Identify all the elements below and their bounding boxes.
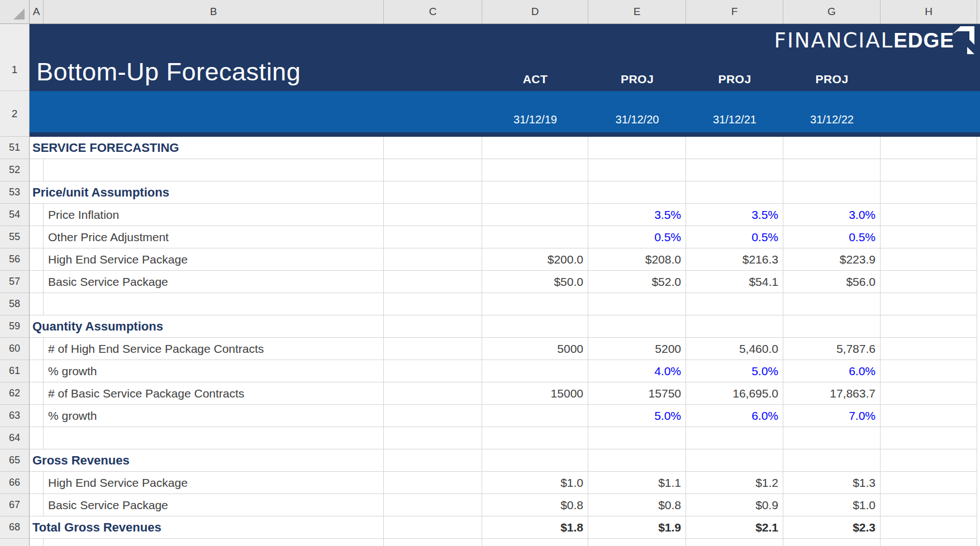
cell-A68[interactable]: Total Gross Revenues	[30, 516, 384, 539]
cell-H53[interactable]	[881, 181, 977, 204]
cell-D57[interactable]: $50.0	[482, 271, 588, 293]
cell-B66[interactable]: High End Service Package	[44, 472, 384, 494]
cell-E64[interactable]	[588, 427, 686, 449]
cell-D60[interactable]: 5000	[482, 338, 588, 360]
cell-F1-period[interactable]: PROJ	[686, 73, 783, 86]
cell-F62[interactable]: 16,695.0	[686, 382, 783, 405]
cell-G67[interactable]: $1.0	[783, 494, 881, 516]
cell-C61[interactable]	[384, 360, 482, 382]
cell-A59[interactable]: Quantity Assumptions	[30, 315, 384, 338]
cell-B63[interactable]: % growth	[44, 405, 384, 427]
cell-Bx[interactable]	[44, 539, 384, 546]
cell-H55[interactable]	[881, 226, 977, 248]
cell-C62[interactable]	[384, 382, 482, 405]
row-header-2[interactable]: 2	[0, 91, 30, 137]
cell-D64[interactable]	[482, 427, 588, 449]
cell-B52[interactable]	[44, 159, 384, 181]
cell-G64[interactable]	[783, 427, 881, 449]
cell-H57[interactable]	[881, 271, 977, 293]
cell-A52[interactable]	[30, 159, 44, 181]
cell-D66[interactable]: $1.0	[482, 472, 588, 494]
cell-G68[interactable]: $2.3	[783, 516, 881, 539]
row-header-1[interactable]: 1	[0, 24, 30, 91]
row-header-52[interactable]: 52	[0, 159, 30, 181]
cell-D68[interactable]: $1.8	[482, 516, 588, 539]
cell-D67[interactable]: $0.8	[482, 494, 588, 516]
cell-B61[interactable]: % growth	[44, 360, 384, 382]
row-header-63[interactable]: 63	[0, 405, 30, 427]
cell-C58[interactable]	[384, 293, 482, 315]
cell-A62[interactable]	[30, 382, 44, 405]
cell-B60[interactable]: # of High End Service Package Contracts	[44, 338, 384, 360]
cell-Ax[interactable]	[30, 539, 44, 546]
cell-D63[interactable]	[482, 405, 588, 427]
cell-D58[interactable]	[482, 293, 588, 315]
cell-E61[interactable]: 4.0%	[588, 360, 686, 382]
cell-H66[interactable]	[881, 472, 977, 494]
cell-C56[interactable]	[384, 248, 482, 271]
cell-F2-date[interactable]: 31/12/21	[686, 113, 783, 126]
title-band-cell[interactable]: Bottom-Up Forecasting FINANCIALEDGE ACT …	[30, 24, 980, 91]
cell-A63[interactable]	[30, 405, 44, 427]
row-header-57[interactable]: 57	[0, 271, 30, 293]
cell-G57[interactable]: $56.0	[783, 271, 881, 293]
cell-A57[interactable]	[30, 271, 44, 293]
cell-E63[interactable]: 5.0%	[588, 405, 686, 427]
cell-E56[interactable]: $208.0	[588, 248, 686, 271]
cell-A55[interactable]	[30, 226, 44, 248]
cell-B54[interactable]: Price Inflation	[44, 204, 384, 226]
row-header-53[interactable]: 53	[0, 181, 30, 204]
cell-A64[interactable]	[30, 427, 44, 449]
cell-F66[interactable]: $1.2	[686, 472, 783, 494]
cell-E58[interactable]	[588, 293, 686, 315]
cell-C53[interactable]	[384, 181, 482, 204]
cell-G58[interactable]	[783, 293, 881, 315]
cell-A58[interactable]	[30, 293, 44, 315]
cell-G60[interactable]: 5,787.6	[783, 338, 881, 360]
cell-Cx[interactable]	[384, 539, 482, 546]
cell-F65[interactable]	[686, 449, 783, 472]
cell-E60[interactable]: 5200	[588, 338, 686, 360]
cell-E68[interactable]: $1.9	[588, 516, 686, 539]
cell-C55[interactable]	[384, 226, 482, 248]
select-all-corner[interactable]	[0, 0, 30, 23]
cell-H67[interactable]	[881, 494, 977, 516]
row-header-56[interactable]: 56	[0, 248, 30, 271]
cell-D59[interactable]	[482, 315, 588, 338]
cell-C65[interactable]	[384, 449, 482, 472]
cell-C51[interactable]	[384, 137, 482, 159]
cell-D52[interactable]	[482, 159, 588, 181]
row-header-66[interactable]: 66	[0, 472, 30, 494]
column-header-D[interactable]: D	[482, 0, 588, 23]
cell-A53[interactable]: Price/unit Assumptions	[30, 181, 384, 204]
column-header-C[interactable]: C	[384, 0, 482, 23]
row-header-51[interactable]: 51	[0, 137, 30, 159]
column-header-F[interactable]: F	[686, 0, 783, 23]
cell-G55[interactable]: 0.5%	[783, 226, 881, 248]
cell-E59[interactable]	[588, 315, 686, 338]
cell-D54[interactable]	[482, 204, 588, 226]
cell-C66[interactable]	[384, 472, 482, 494]
row-header-61[interactable]: 61	[0, 360, 30, 382]
column-header-H[interactable]: H	[881, 0, 977, 23]
cell-F60[interactable]: 5,460.0	[686, 338, 783, 360]
cell-A54[interactable]	[30, 204, 44, 226]
cell-C67[interactable]	[384, 494, 482, 516]
cell-H63[interactable]	[881, 405, 977, 427]
cell-D51[interactable]	[482, 137, 588, 159]
cell-E67[interactable]: $0.8	[588, 494, 686, 516]
cell-H60[interactable]	[881, 338, 977, 360]
cell-H56[interactable]	[881, 248, 977, 271]
cell-F52[interactable]	[686, 159, 783, 181]
cell-G53[interactable]	[783, 181, 881, 204]
cell-B64[interactable]	[44, 427, 384, 449]
cell-A67[interactable]	[30, 494, 44, 516]
cell-F56[interactable]: $216.3	[686, 248, 783, 271]
cell-G52[interactable]	[783, 159, 881, 181]
cell-D61[interactable]	[482, 360, 588, 382]
cell-G59[interactable]	[783, 315, 881, 338]
cell-A65[interactable]: Gross Revenues	[30, 449, 384, 472]
cell-D56[interactable]: $200.0	[482, 248, 588, 271]
cell-A51[interactable]: SERVICE FORECASTING	[30, 137, 384, 159]
cell-G54[interactable]: 3.0%	[783, 204, 881, 226]
